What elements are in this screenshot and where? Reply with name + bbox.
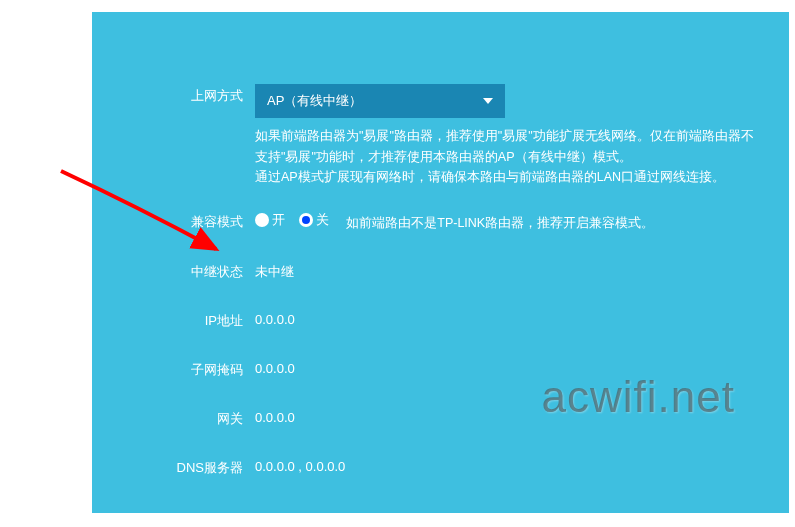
connection-mode-select[interactable]: AP（有线中继） xyxy=(255,84,505,118)
dns-server-value: 0.0.0.0 , 0.0.0.0 xyxy=(255,456,789,477)
subnet-mask-label: 子网掩码 xyxy=(92,358,255,379)
gateway-value: 0.0.0.0 xyxy=(255,407,789,428)
settings-panel: 上网方式 AP（有线中继） 如果前端路由器为"易展"路由器，推荐使用"易展"功能… xyxy=(92,12,789,513)
ip-address-value: 0.0.0.0 xyxy=(255,309,789,330)
compat-mode-label: 兼容模式 xyxy=(92,210,255,232)
radio-icon xyxy=(299,213,313,227)
compat-mode-off-text: 关 xyxy=(316,211,329,229)
connection-mode-value: AP（有线中继） xyxy=(267,92,362,110)
compat-mode-off-radio[interactable]: 关 xyxy=(299,211,329,229)
radio-icon xyxy=(255,213,269,227)
ip-address-label: IP地址 xyxy=(92,309,255,330)
compat-mode-on-text: 开 xyxy=(272,211,285,229)
relay-status-value: 未中继 xyxy=(255,260,789,281)
compat-mode-hint: 如前端路由不是TP-LINK路由器，推荐开启兼容模式。 xyxy=(346,216,654,230)
connection-mode-description: 如果前端路由器为"易展"路由器，推荐使用"易展"功能扩展无线网络。仅在前端路由器… xyxy=(255,126,754,188)
connection-mode-label: 上网方式 xyxy=(92,84,255,118)
relay-status-label: 中继状态 xyxy=(92,260,255,281)
subnet-mask-value: 0.0.0.0 xyxy=(255,358,789,379)
gateway-label: 网关 xyxy=(92,407,255,428)
chevron-down-icon xyxy=(483,98,493,104)
dns-server-label: DNS服务器 xyxy=(92,456,255,477)
compat-mode-on-radio[interactable]: 开 xyxy=(255,211,285,229)
